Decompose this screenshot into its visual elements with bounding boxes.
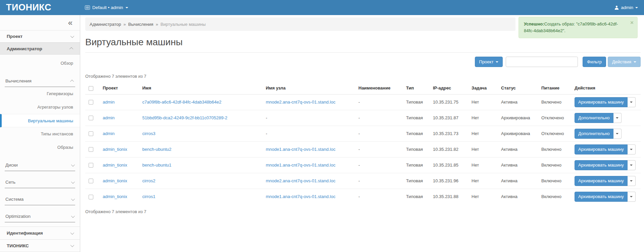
caret-down-icon xyxy=(630,102,633,103)
caret-down-icon xyxy=(630,165,633,166)
row-actions-toggle-button[interactable] xyxy=(628,192,636,202)
vm-name-link[interactable]: bench-ubuntu2 xyxy=(142,147,171,152)
archive-vm-button[interactable]: Архивировать машину xyxy=(575,97,628,107)
host-link[interactable]: mnode2.ana-cnt7q-ovs-01.stand.loc xyxy=(266,178,335,183)
row-checkbox[interactable] xyxy=(89,195,93,199)
sidebar-item-hypervisors[interactable]: Гипервизоры xyxy=(0,87,80,101)
actions-button[interactable]: Действия xyxy=(608,57,641,67)
panel-label: ТИОНИКС xyxy=(7,243,29,248)
cell-type: Типовая xyxy=(403,173,430,189)
row-actions-toggle-button[interactable] xyxy=(628,97,636,107)
table-row: admin_tionix cirros2 mnode2.ana-cnt7q-ov… xyxy=(85,173,641,189)
column-header-actions: Действия xyxy=(573,82,641,94)
project-link[interactable]: admin_tionix xyxy=(103,194,127,199)
sidebar-section-optimization[interactable]: Optimization xyxy=(5,210,75,223)
table-row: admin_tionix bench-ubuntu2 mnode1.ana-cn… xyxy=(85,141,641,157)
project-link[interactable]: admin_tionix xyxy=(103,178,127,183)
archive-vm-button[interactable]: Архивировать машину xyxy=(575,176,628,186)
row-checkbox[interactable] xyxy=(89,100,93,105)
brand-logo: ТИОНИКС xyxy=(0,2,80,13)
row-actions-toggle-button[interactable] xyxy=(628,160,636,170)
cell-host: - xyxy=(262,126,355,141)
caret-down-icon xyxy=(630,149,633,150)
panel-label: Идентификация xyxy=(7,231,43,236)
project-link[interactable]: admin xyxy=(103,100,114,105)
filter-button[interactable]: Фильтр xyxy=(583,57,606,67)
vm-name-link[interactable]: cirros2 xyxy=(142,178,155,183)
host-link[interactable]: mnode2.ana-cnt7q-ovs-01.stand.loc xyxy=(266,100,335,105)
cell-type: Типовая xyxy=(403,141,430,157)
more-actions-button[interactable]: Дополнительно xyxy=(575,129,613,139)
cell-type: Типовая xyxy=(403,157,430,173)
select-all-checkbox[interactable] xyxy=(89,86,93,91)
cell-label: - xyxy=(355,141,403,157)
row-checkbox[interactable] xyxy=(89,147,93,152)
sidebar-section-compute[interactable]: Вычисления xyxy=(5,75,75,87)
sidebar-section-network[interactable]: Сеть xyxy=(5,176,75,188)
search-input[interactable] xyxy=(506,57,578,67)
page-title: Виртуальные машины xyxy=(85,37,641,48)
project-link[interactable]: admin_tionix xyxy=(103,147,127,152)
sidebar-section-system[interactable]: Система xyxy=(5,193,75,205)
row-checkbox[interactable] xyxy=(89,116,93,120)
actions-label: Действия xyxy=(612,59,631,64)
context-switcher[interactable]: Default • admin xyxy=(85,5,128,10)
table-toolbar: Проект Фильтр Действия xyxy=(85,57,641,67)
breadcrumb-compute[interactable]: Вычисления xyxy=(128,22,153,27)
table-row: admin c7a09f8b-a6c6-42df-84fc-4dab348b64… xyxy=(85,94,641,110)
chevron-up-icon xyxy=(69,47,73,51)
row-checkbox[interactable] xyxy=(89,179,93,183)
sidebar-panel-identity[interactable]: Идентификация xyxy=(0,227,80,239)
user-menu[interactable]: admin xyxy=(614,5,638,10)
virtual-machines-table: Проект Имя Имя узла Наименование Тип IP-… xyxy=(85,82,641,204)
row-actions-toggle-button[interactable] xyxy=(628,144,636,154)
close-icon[interactable]: × xyxy=(630,20,634,25)
notification-title: Успешно: xyxy=(524,21,544,26)
title-divider xyxy=(85,52,641,53)
row-actions-toggle-button[interactable] xyxy=(613,113,622,123)
cell-power: Включено xyxy=(538,141,573,157)
vm-name-link[interactable]: cirros1 xyxy=(142,194,155,199)
sidebar-panel-project[interactable]: Проект xyxy=(0,30,80,43)
cell-task: Нет xyxy=(468,94,498,110)
sidebar-item-overview[interactable]: Обзор xyxy=(0,57,80,70)
user-icon xyxy=(614,5,619,10)
archive-vm-button[interactable]: Архивировать машину xyxy=(575,144,628,154)
sidebar-collapse-button[interactable]: « xyxy=(0,15,80,30)
sidebar-section-volumes[interactable]: Диски xyxy=(5,159,75,171)
more-actions-button[interactable]: Дополнительно xyxy=(575,113,613,123)
vm-name-link[interactable]: c7a09f8b-a6c6-42df-84fc-4dab348b64e2 xyxy=(142,100,221,105)
table-row: admin cirros3 - - Типовая 10.35.231.73 Н… xyxy=(85,126,641,141)
cell-label: - xyxy=(355,94,403,110)
row-checkbox[interactable] xyxy=(89,131,93,136)
host-link[interactable]: mnode1.ana-cnt7q-ovs-01.stand.loc xyxy=(266,163,335,168)
sidebar-item-host-aggregates[interactable]: Агрегаторы узлов xyxy=(0,101,80,114)
host-link[interactable]: mnode1.ana-cnt7q-ovs-01.stand.loc xyxy=(266,194,335,199)
sidebar-item-flavors[interactable]: Типы инстансов xyxy=(0,127,80,141)
cell-ip: 10.35.231.88 xyxy=(430,189,468,204)
row-actions-toggle-button[interactable] xyxy=(613,129,622,139)
sidebar-panel-admin[interactable]: Администратор xyxy=(0,43,80,55)
vm-name-link[interactable]: cirros3 xyxy=(142,131,155,136)
breadcrumb-admin[interactable]: Администратор xyxy=(90,22,121,27)
host-link[interactable]: mnode1.ana-cnt7q-ovs-01.stand.loc xyxy=(266,147,335,152)
row-actions-toggle-button[interactable] xyxy=(628,176,636,186)
project-link[interactable]: admin xyxy=(103,115,114,120)
context-label: Default • admin xyxy=(92,5,123,10)
cell-ip: 10.35.231.96 xyxy=(430,173,468,189)
vm-name-link[interactable]: 51bbd95b-dca2-4249-9c2f-bb11c0705289-2 xyxy=(142,115,227,120)
cell-ip: 10.35.231.82 xyxy=(430,141,468,157)
sidebar-item-virtual-machines[interactable]: Виртуальные машины xyxy=(0,114,80,127)
row-checkbox[interactable] xyxy=(89,163,93,168)
project-filter-button[interactable]: Проект xyxy=(475,57,503,67)
project-link[interactable]: admin xyxy=(103,131,114,136)
filter-label: Фильтр xyxy=(587,59,602,64)
project-link[interactable]: admin_tionix xyxy=(103,163,127,168)
table-header-row: Проект Имя Имя узла Наименование Тип IP-… xyxy=(85,82,641,94)
sidebar-panel-tionix[interactable]: ТИОНИКС xyxy=(0,239,80,252)
sidebar-item-images[interactable]: Образы xyxy=(0,141,80,154)
archive-vm-button[interactable]: Архивировать машину xyxy=(575,192,628,202)
vm-name-link[interactable]: bench-ubuntu1 xyxy=(142,163,171,168)
archive-vm-button[interactable]: Архивировать машину xyxy=(575,160,628,170)
application-window: ТИОНИКС Default • admin admin « Пр xyxy=(0,0,644,252)
